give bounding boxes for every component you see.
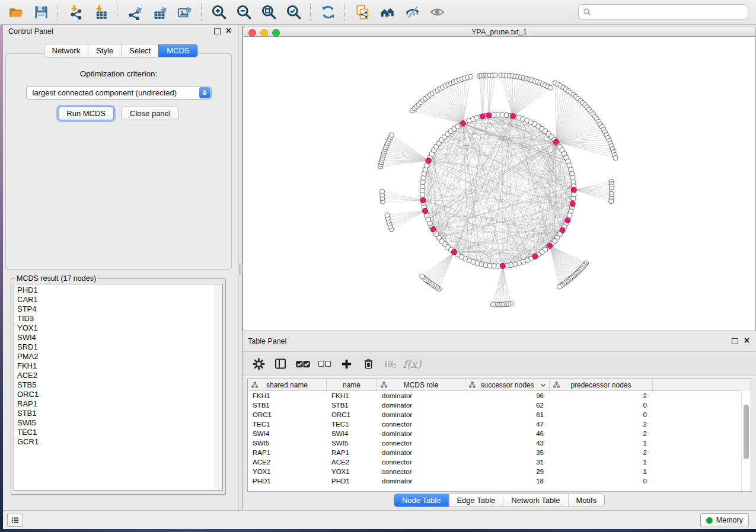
mcds-node[interactable]: STP4 [17,305,222,314]
select-all-icon [295,360,310,368]
float-panel-icon[interactable] [214,28,221,34]
mcds-result-list[interactable]: PHD1CAR1STP4TID3YOX1SWI4SRD1PMA2FKH1ACE2… [14,284,223,491]
float-panel-icon[interactable] [732,338,738,344]
scrollbar-thumb[interactable] [744,405,749,459]
delete-column-button [382,355,398,373]
panel-view-button[interactable] [273,355,288,373]
mcds-node[interactable]: CAR1 [17,295,222,305]
zoom-fit-button[interactable] [257,2,280,23]
toolbar-separator [201,4,202,21]
table-row[interactable]: TEC1TEC1connector472 [248,419,751,429]
table-row[interactable]: SWI4SWI4dominator462 [248,429,751,438]
table-row[interactable]: RAP1RAP1dominator352 [248,448,751,457]
column-header-name[interactable]: name [327,379,377,390]
table-row[interactable]: SWI5SWI5connector431 [248,438,751,448]
export-image-button[interactable] [173,2,196,23]
home-button[interactable] [376,2,398,23]
panel-splitter[interactable] [238,25,243,510]
tab-network-table[interactable]: Network Table [503,494,567,507]
column-header-shared-name[interactable]: shared name [248,379,327,390]
close-panel-icon[interactable]: × [744,335,749,346]
search-box[interactable] [578,4,748,20]
open-button[interactable] [5,2,27,23]
mcds-node[interactable]: TEC1 [17,428,222,437]
mcds-node[interactable]: PHD1 [17,286,222,295]
toolbar-separator [117,4,118,21]
table-scrollbar[interactable] [741,390,751,491]
mcds-node[interactable]: STB5 [17,380,222,390]
column-label: shared name [266,381,308,389]
mcds-node[interactable]: RAP1 [17,399,222,409]
tab-style[interactable]: Style [88,44,121,57]
close-panel-button[interactable]: Close panel [122,107,179,120]
cell-successor-nodes: 31 [465,457,550,467]
settings-button[interactable] [251,355,266,373]
run-mcds-button[interactable]: Run MCDS [58,107,114,120]
cell-successor-nodes: 61 [465,410,550,419]
column-header-MCDS-role[interactable]: MCDS role [377,379,465,390]
import-table-button[interactable] [89,2,111,23]
cell-MCDS-role: dominator [377,410,465,419]
tab-edge-table[interactable]: Edge Table [448,494,503,507]
zoom-out-button[interactable] [232,2,255,23]
control-panel-title: Control Panel [8,27,53,36]
cell-MCDS-role: dominator [377,448,465,457]
table-row[interactable]: STB1STB1dominator620 [248,400,751,410]
add-column-button[interactable] [339,355,354,373]
memory-button[interactable]: Memory [700,513,749,527]
refresh-button[interactable] [317,2,339,23]
table-row[interactable]: PHD1PHD1dominator180 [248,476,751,486]
tab-select[interactable]: Select [121,44,158,57]
table-row[interactable]: FKH1FKH1dominator962 [248,391,751,400]
mcds-node[interactable]: SWI4 [17,333,222,342]
deselect-all-button[interactable] [317,355,332,373]
select-all-button[interactable] [295,355,310,373]
table-row[interactable]: ACE2ACE2connector311 [248,457,751,467]
mcds-node[interactable]: GCR1 [17,437,222,447]
control-panel: Control Panel × NetworkStyleSelectMCDS O… [3,25,238,510]
search-input[interactable] [592,5,748,18]
mcds-node[interactable]: SWI5 [17,418,222,428]
network-canvas[interactable] [243,37,756,331]
tab-node-table[interactable]: Node Table [394,494,449,507]
close-panel-icon[interactable]: × [226,25,231,36]
control-panel-tabs: NetworkStyleSelectMCDS [43,44,197,57]
delete-row-button[interactable] [361,355,376,373]
mcds-node[interactable]: SRD1 [17,342,222,352]
table-panel-header: Table Panel × [243,335,756,348]
export-table-button[interactable] [148,2,171,23]
hide-annotations-button[interactable] [401,2,423,23]
cell-successor-nodes: 47 [465,419,550,429]
mcds-node[interactable]: STB1 [17,409,222,418]
cell-name: STB1 [327,400,377,410]
panel-selector-button[interactable] [7,514,23,527]
mcds-node[interactable]: ACE2 [17,371,222,380]
cell-successor-nodes: 62 [465,400,550,410]
table-tabs: Node TableEdge TableNetwork TableMotifs [394,493,605,507]
mcds-node[interactable]: ORC1 [17,390,222,399]
zoom-in-button[interactable] [208,2,230,23]
mcds-node[interactable]: TID3 [17,314,222,323]
mcds-node[interactable]: PMA2 [17,352,222,361]
criterion-dropdown[interactable]: largest connected component (undirected) [26,86,212,100]
table-row[interactable]: YOX1YOX1connector291 [248,467,751,476]
mcds-node[interactable]: YOX1 [17,323,222,333]
network-window-titlebar[interactable]: YPA_prune.txt_1 [243,27,756,37]
cell-name: ORC1 [327,410,377,419]
zoom-selected-button[interactable] [282,2,305,23]
export-network-button[interactable] [123,2,146,23]
save-button[interactable] [30,2,52,23]
table-row[interactable]: ORC1ORC1dominator610 [248,410,751,419]
save-icon [33,4,49,20]
tab-network[interactable]: Network [44,44,88,57]
mcds-tab-content: Optimization criterion: largest connecte… [5,53,232,270]
tab-motifs[interactable]: Motifs [567,494,604,507]
mcds-node[interactable]: FKH1 [17,361,222,371]
network-graph[interactable] [243,37,755,331]
tab-mcds[interactable]: MCDS [158,44,197,57]
copy-network-button[interactable] [351,2,374,23]
list-scrollbar[interactable] [215,285,222,489]
column-header-successor-nodes[interactable]: successor nodes [465,379,550,390]
import-network-button[interactable] [64,2,87,23]
column-header-predecessor-nodes[interactable]: predecessor nodes [550,379,653,390]
